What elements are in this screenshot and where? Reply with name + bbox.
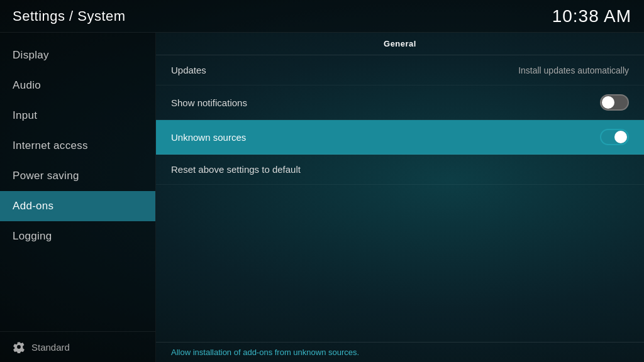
sidebar-footer: Standard xyxy=(0,331,155,362)
settings-row-show-notifications[interactable]: Show notifications xyxy=(156,85,644,120)
sidebar-item-audio[interactable]: Audio xyxy=(0,70,155,101)
unknown-sources-label: Unknown sources xyxy=(171,132,246,143)
standard-label: Standard xyxy=(31,342,70,353)
sidebar-item-display[interactable]: Display xyxy=(0,40,155,70)
sidebar-item-input[interactable]: Input xyxy=(0,101,155,131)
header: Settings / System 10:38 AM xyxy=(0,0,644,33)
settings-row-updates[interactable]: Updates Install updates automatically xyxy=(156,55,644,85)
content-footer-hint: Allow installation of add-ons from unkno… xyxy=(156,342,644,362)
gear-icon xyxy=(13,341,25,353)
sidebar-item-internet-access[interactable]: Internet access xyxy=(0,131,155,161)
unknown-sources-toggle[interactable] xyxy=(600,129,629,145)
sidebar-item-logging[interactable]: Logging xyxy=(0,221,155,251)
sidebar: Display Audio Input Internet access Powe… xyxy=(0,33,156,362)
app-container: Settings / System 10:38 AM Display Audio… xyxy=(0,0,644,362)
clock: 10:38 AM xyxy=(552,6,631,26)
updates-label: Updates xyxy=(171,65,206,75)
settings-row-unknown-sources[interactable]: Unknown sources xyxy=(156,120,644,155)
section-header: General xyxy=(156,33,644,55)
updates-value: Install updates automatically xyxy=(518,65,629,75)
sidebar-item-power-saving[interactable]: Power saving xyxy=(0,161,155,191)
settings-row-reset[interactable]: Reset above settings to default xyxy=(156,155,644,185)
show-notifications-toggle[interactable] xyxy=(600,94,629,111)
content-panel: General Updates Install updates automati… xyxy=(156,33,644,362)
page-title: Settings / System xyxy=(13,8,126,25)
reset-label: Reset above settings to default xyxy=(171,164,301,175)
sidebar-item-add-ons[interactable]: Add-ons xyxy=(0,191,155,221)
main-content: Display Audio Input Internet access Powe… xyxy=(0,33,644,362)
show-notifications-label: Show notifications xyxy=(171,97,247,108)
settings-list: Updates Install updates automatically Sh… xyxy=(156,55,644,342)
